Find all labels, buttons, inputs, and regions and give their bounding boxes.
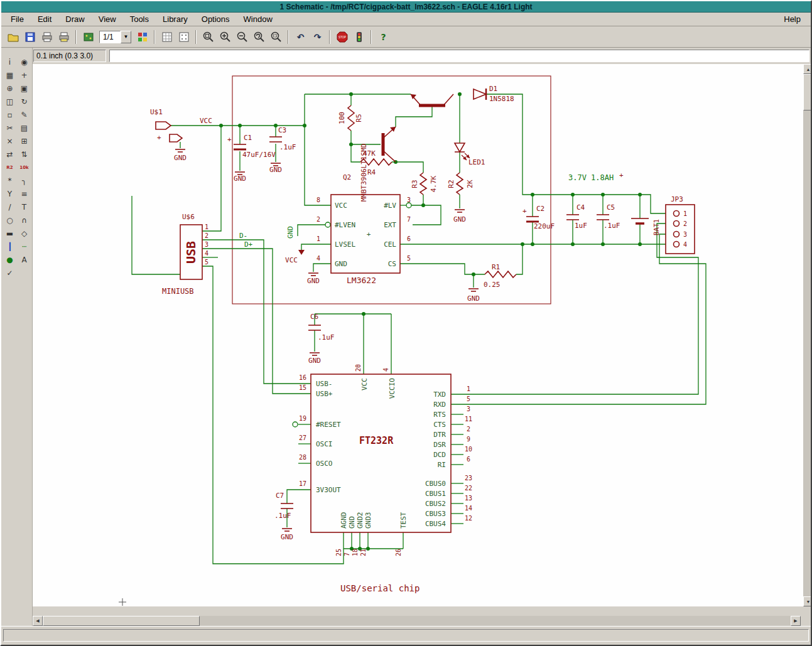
tool-arc[interactable]: ∩ <box>17 213 31 227</box>
menu-window[interactable]: Window <box>237 13 279 25</box>
tool-gateswap[interactable]: ⇅ <box>17 148 31 161</box>
horizontal-scroll-thumb[interactable] <box>43 616 200 626</box>
scroll-right-button[interactable]: ▶ <box>791 616 801 626</box>
tool-split[interactable]: Y <box>3 187 17 200</box>
menu-view[interactable]: View <box>92 13 123 25</box>
tool-wire[interactable]: / <box>3 200 17 213</box>
board-button[interactable] <box>80 29 96 45</box>
vertical-scroll-track[interactable] <box>803 110 812 596</box>
part-c2[interactable]: C2 + 220uF <box>522 205 555 230</box>
charger-frame[interactable] <box>232 76 551 304</box>
tool-smash[interactable]: * <box>3 174 17 187</box>
stop-button[interactable]: STOP <box>334 29 350 45</box>
tool-miter[interactable]: ╮ <box>17 174 31 187</box>
tool-invoke[interactable]: ≡ <box>17 187 31 200</box>
undo-button[interactable]: ↶ <box>293 29 308 45</box>
help-button[interactable]: ? <box>376 29 391 45</box>
svg-text:GND: GND <box>234 175 246 183</box>
tool-pinswap[interactable]: ⇄ <box>3 148 17 161</box>
part-r1[interactable]: R1 0.25 <box>484 263 516 289</box>
part-c7[interactable]: C7 .1uF <box>274 492 293 520</box>
tool-mirror[interactable]: ◫ <box>3 95 17 108</box>
cam-processor-button[interactable] <box>56 29 72 45</box>
part-usb[interactable]: USB U$6 MINIUSB 1 2 3 4 5 <box>162 213 208 296</box>
menu-file[interactable]: File <box>4 13 31 25</box>
tool-junction[interactable]: ● <box>3 253 17 266</box>
part-c5[interactable]: C5 .1uF <box>597 203 620 230</box>
redo-button[interactable]: ↷ <box>310 29 325 45</box>
tool-name[interactable]: R2 <box>3 161 17 174</box>
menu-library[interactable]: Library <box>156 13 195 25</box>
tool-erc[interactable]: ✓ <box>3 266 17 279</box>
title-bar[interactable]: 1 Schematic - /tmp/RCT/cigpack-batt_lm36… <box>1 1 811 13</box>
zoom-redraw-button[interactable] <box>251 29 267 45</box>
vertical-scrollbar[interactable]: ▲ ▼ <box>803 64 812 606</box>
tool-label[interactable]: A <box>17 253 31 266</box>
part-led1[interactable]: LED1 <box>455 143 485 166</box>
zoom-select-button[interactable] <box>268 29 284 45</box>
part-r2[interactable]: R2 2K <box>447 173 474 195</box>
part-q1[interactable] <box>411 94 453 105</box>
tool-move[interactable]: ⊕ <box>3 82 17 95</box>
menu-options[interactable]: Options <box>195 13 237 25</box>
part-c1[interactable]: C1 + 47uF/16V <box>227 134 276 159</box>
tool-bus[interactable]: ┃ <box>3 240 17 253</box>
tool-rect[interactable]: ▬ <box>3 227 17 240</box>
tool-polygon[interactable]: ◇ <box>17 227 31 240</box>
grid-settings-button[interactable] <box>176 29 192 45</box>
tool-paste[interactable]: ▤ <box>17 121 31 134</box>
traffic-light-button[interactable] <box>351 29 367 45</box>
sheet-combo-value[interactable]: 1/1 <box>99 31 121 43</box>
tool-change[interactable]: ✎ <box>17 108 31 121</box>
menu-help[interactable]: Help <box>776 13 808 25</box>
vertical-scroll-thumb[interactable] <box>803 74 812 110</box>
menu-tools[interactable]: Tools <box>123 13 156 25</box>
svg-text:7: 7 <box>407 216 411 223</box>
origin-cross <box>119 598 126 606</box>
scroll-down-button[interactable]: ▼ <box>803 596 812 606</box>
tool-group[interactable]: ▫ <box>3 108 17 121</box>
tool-info[interactable]: i <box>3 55 17 68</box>
zoom-in-button[interactable] <box>217 29 233 45</box>
tool-circle[interactable]: ○ <box>3 213 17 227</box>
tool-value[interactable]: 10k <box>17 161 31 174</box>
tool-net[interactable]: ┄ <box>17 240 31 253</box>
part-c6[interactable]: C6 .1uF <box>308 313 335 342</box>
tool-delete[interactable]: × <box>3 134 17 148</box>
tool-rotate[interactable]: ↻ <box>17 95 31 108</box>
net-wires[interactable] <box>132 94 706 564</box>
open-button[interactable] <box>5 29 21 45</box>
part-r5[interactable]: 100 R5 <box>338 105 363 131</box>
zoom-fit-icon <box>202 31 215 43</box>
part-c4[interactable]: C4 1uF <box>566 203 587 230</box>
tool-mark[interactable]: + <box>17 68 31 82</box>
tool-show[interactable]: ◉ <box>17 55 31 68</box>
horizontal-scroll-track[interactable] <box>43 616 791 626</box>
part-ft232r[interactable]: FT232R USB- USB+ #RESET OSCI OSCO 3V3OUT… <box>299 364 472 556</box>
display-layers-button[interactable] <box>134 29 150 45</box>
scroll-up-button[interactable]: ▲ <box>803 64 812 74</box>
tool-add[interactable]: ⊞ <box>17 134 31 148</box>
grid-button[interactable] <box>159 29 175 45</box>
part-lm3622[interactable]: 8 2 1 4 3 7 6 5 VCC #LVEN LVSEL GND <box>317 195 411 285</box>
tool-copy[interactable]: ▣ <box>17 82 31 95</box>
tool-text[interactable]: T <box>17 200 31 213</box>
part-r3[interactable]: R3 4.7K <box>411 173 438 195</box>
schematic-canvas[interactable]: U$1 + VCC <box>33 64 803 606</box>
save-button[interactable] <box>22 29 38 45</box>
tool-cut[interactable]: ✂ <box>3 121 17 134</box>
zoom-out-button[interactable] <box>234 29 250 45</box>
sheet-combo-dropdown[interactable]: ▼ <box>121 31 131 43</box>
part-c3[interactable]: C3 .1uF <box>269 126 296 151</box>
menu-edit[interactable]: Edit <box>31 13 58 25</box>
scroll-left-button[interactable]: ◀ <box>33 616 43 626</box>
tool-display[interactable]: ▦ <box>3 68 17 82</box>
part-jp3[interactable]: JP3 1 2 3 4 <box>666 195 695 254</box>
svg-text:MMBT3906LT1SMD: MMBT3906LT1SMD <box>360 144 368 202</box>
command-input[interactable] <box>109 50 809 62</box>
part-u1[interactable]: U$1 + <box>150 108 182 142</box>
print-button[interactable] <box>39 29 55 45</box>
menu-draw[interactable]: Draw <box>58 13 91 25</box>
zoom-fit-button[interactable] <box>200 29 216 45</box>
svg-text:EXT: EXT <box>384 221 396 229</box>
